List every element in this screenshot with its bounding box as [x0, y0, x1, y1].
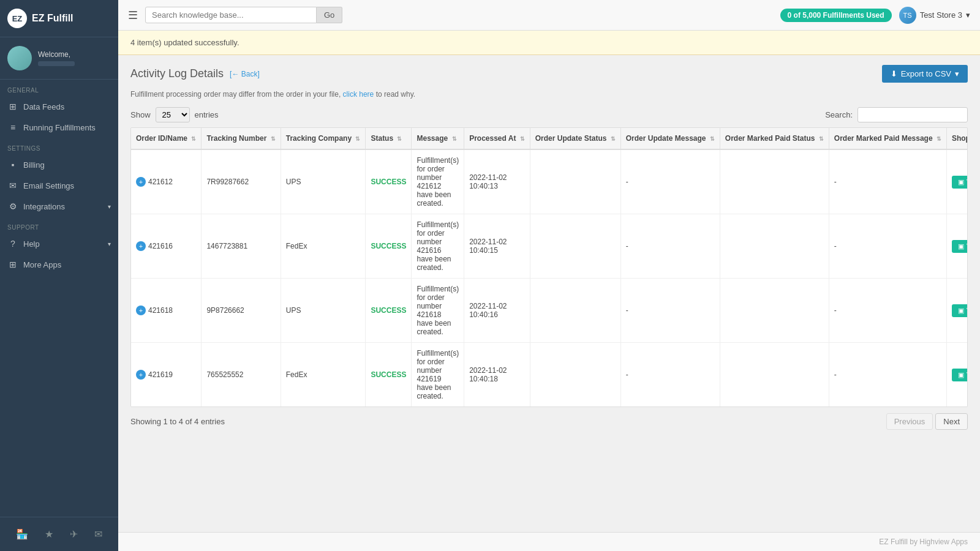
search-input[interactable] [145, 7, 317, 23]
show-entries: Show 10 25 50 100 entries [130, 107, 219, 122]
cell-tracking-company: UPS [281, 279, 366, 343]
table-row: + 421619 765525552 FedEx SUCCESS Fulfill… [131, 343, 968, 407]
sort-icon: ⇅ [819, 136, 824, 142]
col-marked-paid-status[interactable]: Order Marked Paid Status ⇅ [720, 128, 829, 149]
table-search-input[interactable] [858, 107, 968, 122]
view-button[interactable]: ▣ View [952, 369, 968, 381]
page-title: Activity Log Details [130, 67, 224, 80]
sidebar-item-label: Help [23, 239, 40, 249]
table-search-control: Search: [825, 107, 968, 122]
main-content: ☰ Go 0 of 5,000 Fulfillments Used TS Tes… [118, 0, 980, 551]
export-csv-button[interactable]: ⬇ Export to CSV ▾ [882, 65, 968, 83]
col-order-update-status[interactable]: Order Update Status ⇅ [530, 128, 620, 149]
cell-message: Fulfillment(s) for order number 421619 h… [412, 343, 464, 407]
col-shopify-log[interactable]: Shopify Request Log ⇅ [946, 128, 968, 149]
store-avatar: TS [899, 7, 916, 24]
order-id-value: 421619 [148, 370, 173, 379]
settings-section-label: SETTINGS [0, 138, 118, 154]
col-status[interactable]: Status ⇅ [366, 128, 412, 149]
cell-marked-paid-status [720, 279, 829, 343]
sidebar-item-more-apps[interactable]: ⊞ More Apps [0, 254, 118, 275]
sort-icon: ⇅ [355, 136, 360, 142]
cell-message: Fulfillment(s) for order number 421616 h… [412, 214, 464, 279]
store-selector[interactable]: TS Test Store 3 ▾ [899, 7, 970, 24]
cell-order-id: + 421616 [131, 214, 202, 279]
sidebar-bottom: 🏪 ★ ✈ ✉ [0, 517, 118, 551]
col-marked-paid-message[interactable]: Order Marked Paid Message ⇅ [829, 128, 946, 149]
sort-icon: ⇅ [452, 136, 457, 142]
cell-order-update-message: - [620, 149, 720, 214]
activity-log-table: Order ID/Name ⇅ Tracking Number ⇅ Tracki… [130, 127, 968, 407]
entries-select[interactable]: 10 25 50 100 [156, 107, 190, 122]
cell-order-update-status [530, 343, 620, 407]
topbar: ☰ Go 0 of 5,000 Fulfillments Used TS Tes… [118, 0, 980, 31]
previous-button[interactable]: Previous [886, 413, 933, 430]
sidebar-item-label: Billing [23, 160, 45, 170]
footer: EZ Fulfill by Highview Apps [118, 532, 980, 551]
view-button[interactable]: ▣ View [952, 240, 968, 253]
next-button[interactable]: Next [935, 413, 968, 430]
info-text: Fulfillment processing order may differ … [130, 90, 968, 99]
cell-processed-at: 2022-11-02 10:40:16 [464, 279, 530, 343]
success-banner: 4 item(s) updated successfully. [118, 31, 980, 55]
username-placeholder [38, 61, 75, 66]
view-label: View [967, 242, 968, 250]
mail-icon[interactable]: ✉ [94, 528, 102, 540]
store-chevron: ▾ [966, 10, 970, 20]
col-tracking-company[interactable]: Tracking Company ⇅ [281, 128, 366, 149]
sidebar-item-integrations[interactable]: ⚙ Integrations ▾ [0, 196, 118, 217]
sidebar-logo[interactable]: EZ EZ Fulfill [0, 0, 118, 37]
sidebar-item-data-feeds[interactable]: ⊞ Data Feeds [0, 96, 118, 117]
cell-message: Fulfillment(s) for order number 421612 h… [412, 149, 464, 214]
pagination-buttons: Previous Next [886, 413, 968, 430]
col-processed-at[interactable]: Processed At ⇅ [464, 128, 530, 149]
col-message[interactable]: Message ⇅ [412, 128, 464, 149]
view-icon: ▣ [958, 371, 964, 379]
expand-icon[interactable]: + [136, 241, 146, 251]
cell-processed-at: 2022-11-02 10:40:15 [464, 214, 530, 279]
view-icon: ▣ [958, 242, 964, 250]
page-header: Activity Log Details [← Back] ⬇ Export t… [130, 65, 968, 83]
view-button[interactable]: ▣ View [952, 304, 968, 317]
sidebar-item-running-fulfillments[interactable]: ≡ Running Fulfillments [0, 117, 118, 138]
click-here-link[interactable]: click here [343, 90, 374, 99]
sort-icon: ⇅ [520, 136, 525, 142]
cell-shopify-log: ▣ View [946, 214, 968, 279]
back-link[interactable]: [← Back] [230, 70, 260, 78]
sort-icon: ⇅ [611, 136, 616, 142]
expand-icon[interactable]: + [136, 305, 146, 315]
table-row: + 421618 9P8726662 UPS SUCCESS Fulfillme… [131, 279, 968, 343]
search-button[interactable]: Go [317, 7, 342, 23]
cell-order-id: + 421619 [131, 343, 202, 407]
col-tracking-number[interactable]: Tracking Number ⇅ [202, 128, 281, 149]
cell-tracking-company: UPS [281, 149, 366, 214]
sidebar-item-help[interactable]: ? Help ▾ [0, 233, 118, 254]
cell-order-update-status [530, 214, 620, 279]
sidebar-item-label: Data Feeds [23, 102, 64, 111]
search-label: Search: [825, 110, 853, 119]
order-id-value: 421616 [148, 242, 173, 250]
star-icon[interactable]: ★ [45, 528, 53, 540]
table-controls: Show 10 25 50 100 entries Search: [130, 107, 968, 122]
sidebar-item-billing[interactable]: ▪ Billing [0, 154, 118, 175]
sidebar-item-email-settings[interactable]: ✉ Email Settings [0, 175, 118, 196]
cell-tracking-number: 1467723881 [202, 214, 281, 279]
shop-icon[interactable]: 🏪 [16, 528, 28, 540]
expand-icon[interactable]: + [136, 177, 146, 187]
cell-processed-at: 2022-11-02 10:40:13 [464, 149, 530, 214]
table-row: + 421616 1467723881 FedEx SUCCESS Fulfil… [131, 214, 968, 279]
view-icon: ▣ [958, 178, 964, 186]
support-section-label: SUPPORT [0, 217, 118, 233]
sidebar-item-label: Running Fulfillments [23, 123, 96, 132]
status-badge: SUCCESS [371, 306, 406, 315]
menu-icon[interactable]: ☰ [128, 9, 138, 22]
rocket-icon[interactable]: ✈ [70, 528, 78, 540]
cell-tracking-number: 7R99287662 [202, 149, 281, 214]
page-title-row: Activity Log Details [← Back] [130, 67, 260, 80]
expand-icon[interactable]: + [136, 370, 146, 380]
sidebar-item-label: More Apps [23, 260, 61, 269]
col-order-update-message[interactable]: Order Update Message ⇅ [620, 128, 720, 149]
col-order-id[interactable]: Order ID/Name ⇅ [131, 128, 202, 149]
sidebar-item-label: Email Settings [23, 181, 74, 190]
view-button[interactable]: ▣ View [952, 176, 968, 189]
